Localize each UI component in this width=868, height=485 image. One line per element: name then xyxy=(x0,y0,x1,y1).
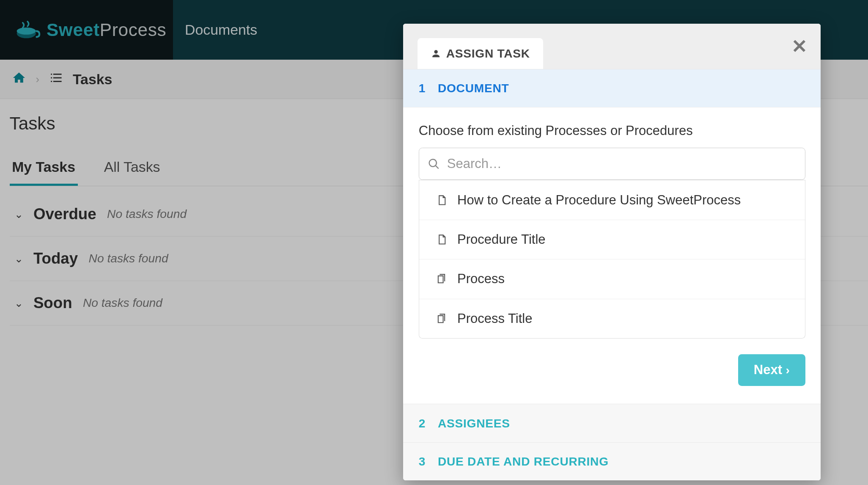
step-number: 1 xyxy=(419,81,427,95)
result-title: How to Create a Procedure Using SweetPro… xyxy=(457,193,741,208)
results-list: How to Create a Procedure Using SweetPro… xyxy=(419,180,805,339)
step-assignees[interactable]: 2 ASSIGNEES xyxy=(403,404,821,442)
step-label: ASSIGNEES xyxy=(438,416,510,430)
document-icon xyxy=(436,232,448,247)
documents-icon xyxy=(436,311,448,326)
result-item[interactable]: Process xyxy=(419,259,805,298)
step-label: DUE DATE AND RECURRING xyxy=(438,455,609,468)
step-number: 2 xyxy=(419,416,427,430)
step-due-date[interactable]: 3 DUE DATE AND RECURRING xyxy=(403,442,821,480)
modal-tab-label: ASSIGN TASK xyxy=(446,47,530,61)
chevron-right-icon: › xyxy=(786,363,789,377)
step-document-body: Choose from existing Processes or Proced… xyxy=(403,107,821,404)
result-item[interactable]: How to Create a Procedure Using SweetPro… xyxy=(419,180,805,219)
search-icon xyxy=(428,157,440,171)
step-document[interactable]: 1 DOCUMENT xyxy=(403,69,821,107)
documents-icon xyxy=(436,272,448,286)
modal-overlay[interactable]: ASSIGN TASK ✕ 1 DOCUMENT Choose from exi… xyxy=(0,0,868,485)
next-button-label: Next xyxy=(754,362,782,378)
person-icon xyxy=(431,48,441,59)
document-icon xyxy=(436,193,448,207)
step-label: DOCUMENT xyxy=(438,81,509,95)
result-title: Process xyxy=(457,271,505,287)
close-icon[interactable]: ✕ xyxy=(791,37,808,56)
result-item[interactable]: Process Title xyxy=(419,299,805,338)
search-field-wrap[interactable] xyxy=(419,148,805,180)
step-number: 3 xyxy=(419,455,427,468)
result-title: Process Title xyxy=(457,311,532,326)
modal-header: ASSIGN TASK ✕ xyxy=(403,24,821,69)
choose-label: Choose from existing Processes or Proced… xyxy=(419,123,805,138)
result-item[interactable]: Procedure Title xyxy=(419,220,805,259)
assign-task-modal: ASSIGN TASK ✕ 1 DOCUMENT Choose from exi… xyxy=(403,24,821,480)
modal-tab-assign-task[interactable]: ASSIGN TASK xyxy=(418,38,543,69)
search-input[interactable] xyxy=(447,156,797,171)
result-title: Procedure Title xyxy=(457,232,546,247)
next-button[interactable]: Next › xyxy=(738,354,805,386)
